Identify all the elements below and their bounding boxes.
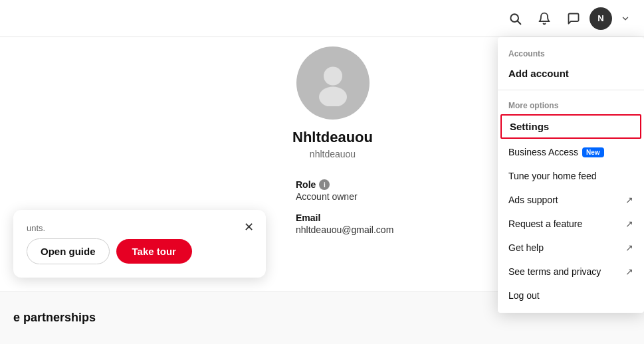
search-icon xyxy=(508,12,522,25)
dropdown-chevron-button[interactable] xyxy=(615,8,636,29)
external-link-icon-terms: ↗ xyxy=(625,266,633,277)
role-info-icon[interactable]: i xyxy=(319,179,330,190)
profile-info: Role i Account owner Email nhltdeauou@gm… xyxy=(296,179,393,246)
user-avatar-button[interactable]: N xyxy=(590,7,612,30)
external-link-icon-ads: ↗ xyxy=(625,195,633,205)
email-value: nhltdeauou@gmail.com xyxy=(296,224,393,235)
message-icon xyxy=(567,12,580,25)
email-field: Email nhltdeauou@gmail.com xyxy=(296,213,393,235)
profile-handle: nhltdeauou xyxy=(310,149,356,159)
person-icon xyxy=(310,60,356,106)
divider-1 xyxy=(498,90,644,90)
profile-name: Nhltdeauou xyxy=(292,129,373,146)
external-link-icon-help: ↗ xyxy=(625,242,633,253)
get-help-item[interactable]: Get help ↗ xyxy=(498,236,644,260)
role-value: Account owner xyxy=(296,191,393,202)
svg-line-1 xyxy=(518,21,521,24)
guide-close-button[interactable]: ✕ xyxy=(239,218,258,236)
profile-avatar xyxy=(296,46,370,120)
dropdown-menu: Accounts Add account More options Settin… xyxy=(498,37,644,313)
email-label: Email xyxy=(296,213,393,223)
open-guide-button[interactable]: Open guide xyxy=(27,238,110,264)
accounts-hint: unts. xyxy=(27,223,255,233)
notifications-button[interactable] xyxy=(531,5,558,32)
role-field: Role i Account owner xyxy=(296,179,393,202)
partnerships-label: e partnerships xyxy=(13,311,96,325)
more-options-section-label: More options xyxy=(498,94,644,113)
svg-point-3 xyxy=(319,87,347,106)
search-button[interactable] xyxy=(502,5,528,32)
settings-item[interactable]: Settings xyxy=(500,114,641,139)
guide-popup: ✕ unts. Open guide Take tour xyxy=(13,210,266,278)
main-content: N Nhltdeauou nhltdeauou Role i Account o… xyxy=(0,0,644,344)
business-access-badge: New xyxy=(582,147,604,157)
guide-actions: Open guide Take tour xyxy=(27,238,255,264)
external-link-icon-feature: ↗ xyxy=(625,218,633,229)
add-account-item[interactable]: Add account xyxy=(498,61,644,86)
ads-support-item[interactable]: Ads support ↗ xyxy=(498,188,644,212)
top-nav: N xyxy=(0,0,644,37)
tune-home-feed-item[interactable]: Tune your home feed xyxy=(498,164,644,188)
terms-privacy-item[interactable]: See terms and privacy ↗ xyxy=(498,260,644,284)
business-access-item[interactable]: Business Access New xyxy=(498,140,644,164)
chevron-down-icon xyxy=(621,14,630,23)
svg-point-2 xyxy=(324,67,342,86)
accounts-section-label: Accounts xyxy=(498,43,644,61)
log-out-item[interactable]: Log out xyxy=(498,284,644,307)
messages-button[interactable] xyxy=(560,5,587,32)
business-access-label-group: Business Access New xyxy=(508,147,604,157)
avatar-initial: N xyxy=(597,13,603,23)
request-feature-item[interactable]: Request a feature ↗ xyxy=(498,212,644,236)
bell-icon xyxy=(538,12,551,25)
role-label: Role i xyxy=(296,179,393,190)
profile-section: Nhltdeauou nhltdeauou xyxy=(292,46,373,159)
take-tour-button[interactable]: Take tour xyxy=(116,239,192,264)
